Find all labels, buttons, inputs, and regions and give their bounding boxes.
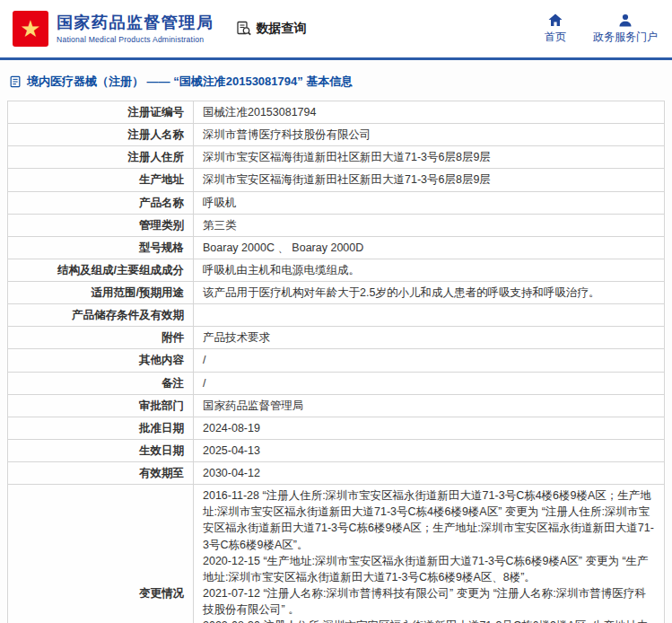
table-row: 结构及组成/主要组成成分呼吸机由主机和电源电缆组成。 [8,259,665,281]
row-value: Boaray 2000C 、 Boaray 2000D [194,236,665,259]
table-row: 生效日期2025-04-13 [8,439,665,461]
row-label: 批准日期 [8,417,194,439]
change-entry: 2021-07-12 “注册人名称:深圳市普博科技有限公司” 变更为 “注册人名… [203,585,655,618]
national-emblem-icon: ★ [13,11,48,47]
row-label: 生产地址 [8,169,194,191]
table-row: 管理类别第三类 [8,214,665,236]
row-value: / [194,372,665,394]
row-label: 注册人住所 [8,146,194,169]
home-icon [548,13,563,27]
table-row: 注册人名称深圳市普博医疗科技股份有限公司 [8,124,665,146]
table-row: 注册人住所深圳市宝安区福海街道新田社区新田大道71-3号6层8层9层 [8,146,665,169]
page: ★ 国家药品监督管理局 National Medical Products Ad… [0,0,672,623]
row-label: 生效日期 [8,439,194,461]
data-query-label: 数据查询 [257,21,307,37]
person-icon [618,13,633,27]
nav-portal[interactable]: 政务服务门户 [593,13,658,45]
search-document-icon [236,21,252,37]
registration-info-table: 注册证编号国械注准20153081794注册人名称深圳市普博医疗科技股份有限公司… [7,101,665,623]
row-value: 2016-11-28 “注册人住所:深圳市宝安区福永街道新田大道71-3号C栋4… [194,485,665,623]
breadcrumb-text: 境内医疗器械（注册） —— “国械注准20153081794” 基本信息 [27,74,353,90]
row-value: 呼吸机由主机和电源电缆组成。 [194,259,665,281]
brand-text: 国家药品监督管理局 National Medical Products Admi… [57,13,214,44]
row-value: 深圳市普博医疗科技股份有限公司 [194,124,665,146]
change-entry: 2016-11-28 “注册人住所:深圳市宝安区福永街道新田大道71-3号C栋4… [203,487,655,553]
row-label: 注册证编号 [8,101,194,124]
row-value: 2025-04-13 [194,439,665,461]
row-label: 有效期至 [8,462,194,485]
site-subtitle: National Medical Products Administration [57,35,214,44]
row-value: 国家药品监督管理局 [194,394,665,417]
row-label: 管理类别 [8,214,194,236]
row-value: 2024-08-19 [194,417,665,439]
data-query-nav[interactable]: 数据查询 [236,21,307,37]
table-row: 型号规格Boaray 2000C 、 Boaray 2000D [8,236,665,259]
table-row: 适用范围/预期用途该产品用于医疗机构对年龄大于2.5岁的小儿和成人患者的呼吸支持… [8,282,665,304]
row-value: 第三类 [194,214,665,236]
change-entry: 2020-12-15 “生产地址:深圳市宝安区福永街道新田大道71-3号C栋6楼… [203,553,655,585]
row-label: 产品名称 [8,191,194,214]
table-row: 备注/ [8,372,665,394]
table-row: 审批部门国家药品监督管理局 [8,394,665,417]
content: 境内医疗器械（注册） —— “国械注准20153081794” 基本信息 注册证… [0,60,672,623]
info-table-body: 注册证编号国械注准20153081794注册人名称深圳市普博医疗科技股份有限公司… [8,101,665,623]
row-value: / [194,349,665,372]
document-icon [9,75,22,89]
header-nav: 首页 政务服务门户 [545,13,661,45]
row-label: 注册人名称 [8,124,194,146]
nav-home[interactable]: 首页 [545,13,566,45]
row-value: 深圳市宝安区福海街道新田社区新田大道71-3号6层8层9层 [194,169,665,191]
row-value: 该产品用于医疗机构对年龄大于2.5岁的小儿和成人患者的呼吸支持和呼吸治疗。 [194,282,665,304]
table-row: 变更情况2016-11-28 “注册人住所:深圳市宝安区福永街道新田大道71-3… [8,485,665,623]
row-label: 变更情况 [8,485,194,623]
row-value: 2030-04-12 [194,462,665,485]
change-entry: 2022-08-30 注册人住所:深圳市宝安区福永街道新田大道71-3号C栋6楼… [203,618,655,623]
row-label: 审批部门 [8,394,194,417]
row-value: 国械注准20153081794 [194,101,665,124]
row-label: 产品储存条件及有效期 [8,304,194,327]
table-row: 产品储存条件及有效期 [8,304,665,327]
table-row: 产品名称呼吸机 [8,191,665,214]
table-row: 有效期至2030-04-12 [8,462,665,485]
nav-portal-label: 政务服务门户 [593,30,658,45]
row-label: 备注 [8,372,194,394]
row-value [194,304,665,327]
row-label: 其他内容 [8,349,194,372]
row-label: 附件 [8,327,194,349]
table-row: 注册证编号国械注准20153081794 [8,101,665,124]
table-row: 其他内容/ [8,349,665,372]
site-title: 国家药品监督管理局 [57,13,214,32]
row-label: 结构及组成/主要组成成分 [8,259,194,281]
table-row: 附件产品技术要求 [8,327,665,349]
nav-home-label: 首页 [545,30,566,45]
brand: ★ 国家药品监督管理局 National Medical Products Ad… [13,11,214,47]
emblem-star-icon: ★ [20,17,40,40]
row-label: 型号规格 [8,236,194,259]
row-value: 深圳市宝安区福海街道新田社区新田大道71-3号6层8层9层 [194,146,665,169]
row-value: 呼吸机 [194,191,665,214]
table-row: 批准日期2024-08-19 [8,417,665,439]
site-header: ★ 国家药品监督管理局 National Medical Products Ad… [0,0,672,57]
row-label: 适用范围/预期用途 [8,282,194,304]
row-value: 产品技术要求 [194,327,665,349]
breadcrumb: 境内医疗器械（注册） —— “国械注准20153081794” 基本信息 [9,74,665,90]
table-row: 生产地址深圳市宝安区福海街道新田社区新田大道71-3号6层8层9层 [8,169,665,191]
